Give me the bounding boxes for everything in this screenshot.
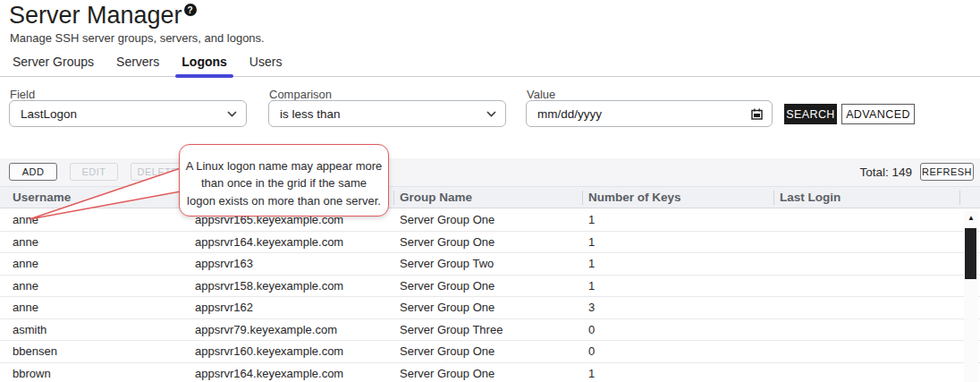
column-separator: [959, 191, 960, 205]
chevron-down-icon: [227, 111, 237, 117]
cell-server: appsrvr158.keyexample.com: [182, 276, 387, 297]
edit-button[interactable]: EDIT: [70, 163, 118, 181]
tab-servers[interactable]: Servers: [114, 51, 161, 76]
table-body: anneappsrvr165.keyexample.comServer Grou…: [0, 209, 980, 382]
value-label: Value: [527, 88, 555, 101]
page-title: Server Manager?: [9, 2, 197, 30]
cell-last-login: [767, 209, 980, 231]
column-header-username[interactable]: Username: [0, 187, 182, 208]
column-separator: [582, 191, 583, 205]
table-row[interactable]: anneappsrvr162Server Group One3: [0, 297, 980, 319]
cell-username: anne: [0, 297, 182, 318]
cell-last-login: [767, 341, 980, 362]
cell-username: bbensen: [0, 341, 182, 362]
refresh-button[interactable]: REFRESH: [920, 163, 974, 181]
tab-bar: Server GroupsServersLogonsUsers: [0, 52, 980, 77]
page-title-text: Server Manager: [9, 2, 182, 29]
cell-group: Server Group Three: [387, 319, 576, 341]
cell-group: Server Group One: [387, 232, 576, 253]
cell-username: anne: [0, 276, 182, 297]
value-date-placeholder: mm/dd/yyyy: [537, 107, 751, 121]
cell-group: Server Group One: [387, 341, 576, 362]
cell-server: appsrvr164.keyexample.com: [182, 363, 387, 382]
cell-group: Server Group Two: [387, 253, 576, 275]
cell-last-login: [767, 232, 980, 253]
tab-users[interactable]: Users: [248, 51, 284, 76]
cell-server: appsrvr164.keyexample.com: [182, 232, 387, 253]
cell-group: Server Group One: [387, 297, 576, 318]
vertical-scrollbar[interactable]: ▲: [964, 211, 978, 382]
column-header-last-login[interactable]: Last Login: [767, 187, 980, 208]
cell-username: anne: [0, 253, 182, 275]
cell-group: Server Group One: [387, 276, 576, 297]
cell-keys: 3: [576, 297, 767, 318]
table-row[interactable]: anneappsrvr158.keyexample.comServer Grou…: [0, 276, 980, 298]
table-row[interactable]: bbrownappsrvr164.keyexample.comServer Gr…: [0, 363, 980, 382]
cell-server: appsrvr163: [182, 253, 387, 275]
cell-server: appsrvr160.keyexample.com: [182, 341, 387, 362]
table-row[interactable]: asmithappsrvr79.keyexample.comServer Gro…: [0, 319, 980, 342]
field-select-value: LastLogon: [21, 107, 227, 121]
field-select[interactable]: LastLogon: [9, 100, 247, 127]
tab-logons[interactable]: Logons: [180, 51, 229, 76]
scrollbar-thumb[interactable]: [965, 228, 976, 279]
table-row[interactable]: anneappsrvr163Server Group Two1: [0, 253, 980, 276]
calendar-icon[interactable]: [751, 108, 763, 120]
search-button[interactable]: SEARCH: [784, 104, 837, 124]
cell-group: Server Group One: [387, 209, 576, 231]
cell-last-login: [767, 253, 980, 275]
field-label: Field: [10, 88, 35, 101]
table-row[interactable]: anneappsrvr164.keyexample.comServer Grou…: [0, 232, 980, 254]
callout-text-line: A Linux logon name may appear more: [180, 157, 388, 174]
cell-last-login: [767, 297, 980, 318]
grid-toolbar: ADD EDIT DELETE Total: 149 REFRESH: [0, 158, 980, 186]
cell-group: Server Group One: [387, 363, 576, 382]
column-header-group-name[interactable]: Group Name: [387, 187, 576, 208]
comparison-select-value: is less than: [280, 107, 486, 121]
cell-username: asmith: [0, 319, 182, 341]
cell-username: anne: [0, 209, 182, 231]
tab-server-groups[interactable]: Server Groups: [11, 51, 96, 76]
comparison-label: Comparison: [269, 88, 332, 101]
cell-server: appsrvr79.keyexample.com: [182, 319, 387, 341]
advanced-button[interactable]: ADVANCED: [841, 104, 915, 124]
table-row[interactable]: bbensenappsrvr160.keyexample.comServer G…: [0, 341, 980, 363]
table-header-row: UsernameGroup NameNumber of KeysLast Log…: [0, 186, 980, 208]
cell-last-login: [767, 363, 980, 382]
cell-username: anne: [0, 232, 182, 253]
comparison-select[interactable]: is less than: [268, 100, 506, 127]
column-separator: [773, 191, 774, 205]
column-separator: [393, 191, 394, 205]
cell-keys: 1: [576, 232, 767, 253]
cell-keys: 1: [576, 253, 767, 275]
callout-text-line: logon exists on more than one server.: [180, 192, 388, 209]
cell-username: bbrown: [0, 363, 182, 382]
page-subtitle: Manage SSH server groups, servers, and l…: [10, 31, 265, 45]
table-row[interactable]: anneappsrvr165.keyexample.comServer Grou…: [0, 209, 980, 232]
cell-keys: 1: [576, 363, 767, 382]
cell-keys: 1: [576, 276, 767, 297]
chevron-down-icon: [486, 111, 496, 117]
cell-keys: 0: [576, 319, 767, 341]
scroll-up-icon[interactable]: ▲: [964, 211, 978, 224]
total-count: Total: 149: [859, 158, 912, 186]
help-icon[interactable]: ?: [184, 4, 197, 16]
cell-server: appsrvr162: [182, 297, 387, 318]
cell-keys: 1: [576, 209, 767, 231]
delete-button[interactable]: DELETE: [131, 163, 185, 181]
column-header-number-of-keys[interactable]: Number of Keys: [576, 187, 767, 208]
cell-keys: 0: [576, 341, 767, 362]
callout-bubble: A Linux logon name may appear morethan o…: [179, 144, 389, 216]
callout-text-line: than once in the grid if the same: [180, 174, 388, 191]
cell-last-login: [767, 319, 980, 341]
value-date-input[interactable]: mm/dd/yyyy: [526, 100, 773, 127]
cell-last-login: [767, 276, 980, 297]
add-button[interactable]: ADD: [9, 163, 57, 181]
